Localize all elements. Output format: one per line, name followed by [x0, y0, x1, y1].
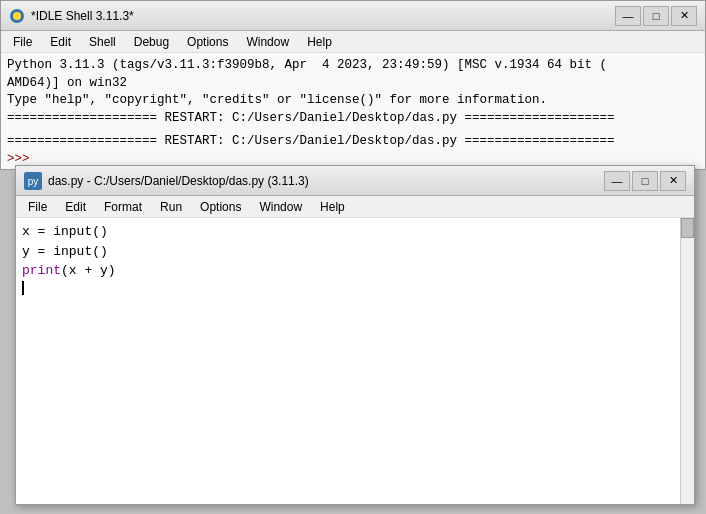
code-print-keyword: print: [22, 261, 61, 281]
shell-content: Python 3.11.3 (tags/v3.11.3:f3909b8, Apr…: [1, 53, 705, 169]
text-cursor: [22, 281, 24, 295]
shell-line-3: Type "help", "copyright", "credits" or "…: [7, 92, 699, 110]
editor-menu-edit[interactable]: Edit: [57, 198, 94, 216]
shell-restart-2: ==================== RESTART: C:/Users/D…: [7, 133, 699, 151]
svg-point-1: [13, 12, 21, 20]
code-line-2: y = input(): [22, 242, 688, 262]
minimize-button[interactable]: —: [615, 6, 641, 26]
scrollbar-thumb[interactable]: [681, 218, 694, 238]
menu-help[interactable]: Help: [299, 33, 340, 51]
editor-content[interactable]: x = input() y = input() print(x + y): [16, 218, 694, 504]
editor-menu-bar: File Edit Format Run Options Window Help: [16, 196, 694, 218]
close-button[interactable]: ✕: [671, 6, 697, 26]
editor-menu-window[interactable]: Window: [251, 198, 310, 216]
editor-menu-help[interactable]: Help: [312, 198, 353, 216]
code-line-1: x = input(): [22, 222, 688, 242]
shell-line-1: Python 3.11.3 (tags/v3.11.3:f3909b8, Apr…: [7, 57, 699, 75]
editor-icon: py: [24, 172, 42, 190]
menu-debug[interactable]: Debug: [126, 33, 177, 51]
shell-title-bar: *IDLE Shell 3.11.3* — □ ✕: [1, 1, 705, 31]
menu-shell[interactable]: Shell: [81, 33, 124, 51]
code-line-3: print(x + y): [22, 261, 688, 281]
menu-edit[interactable]: Edit: [42, 33, 79, 51]
editor-menu-options[interactable]: Options: [192, 198, 249, 216]
editor-menu-run[interactable]: Run: [152, 198, 190, 216]
editor-menu-file[interactable]: File: [20, 198, 55, 216]
code-y: y = input(): [22, 242, 108, 262]
shell-menu-bar: File Edit Shell Debug Options Window Hel…: [1, 31, 705, 53]
editor-window: py das.py - C:/Users/Daniel/Desktop/das.…: [15, 165, 695, 505]
shell-window: *IDLE Shell 3.11.3* — □ ✕ File Edit Shel…: [0, 0, 706, 170]
shell-restart-1: ==================== RESTART: C:/Users/D…: [7, 110, 699, 128]
editor-title-left: py das.py - C:/Users/Daniel/Desktop/das.…: [24, 172, 309, 190]
editor-title-bar: py das.py - C:/Users/Daniel/Desktop/das.…: [16, 166, 694, 196]
menu-options[interactable]: Options: [179, 33, 236, 51]
editor-close-button[interactable]: ✕: [660, 171, 686, 191]
shell-title: *IDLE Shell 3.11.3*: [31, 9, 134, 23]
code-print-args: (x + y): [61, 261, 116, 281]
editor-title-controls: — □ ✕: [604, 171, 686, 191]
shell-line-2: AMD64)] on win32: [7, 75, 699, 93]
editor-title: das.py - C:/Users/Daniel/Desktop/das.py …: [48, 174, 309, 188]
editor-menu-format[interactable]: Format: [96, 198, 150, 216]
editor-scrollbar[interactable]: [680, 218, 694, 504]
maximize-button[interactable]: □: [643, 6, 669, 26]
menu-window[interactable]: Window: [238, 33, 297, 51]
code-line-4: [22, 281, 688, 295]
svg-text:py: py: [28, 176, 39, 187]
menu-file[interactable]: File: [5, 33, 40, 51]
code-x: x = input(): [22, 222, 108, 242]
editor-minimize-button[interactable]: —: [604, 171, 630, 191]
app-icon: [9, 8, 25, 24]
editor-maximize-button[interactable]: □: [632, 171, 658, 191]
title-bar-left: *IDLE Shell 3.11.3*: [9, 8, 134, 24]
title-bar-controls: — □ ✕: [615, 6, 697, 26]
